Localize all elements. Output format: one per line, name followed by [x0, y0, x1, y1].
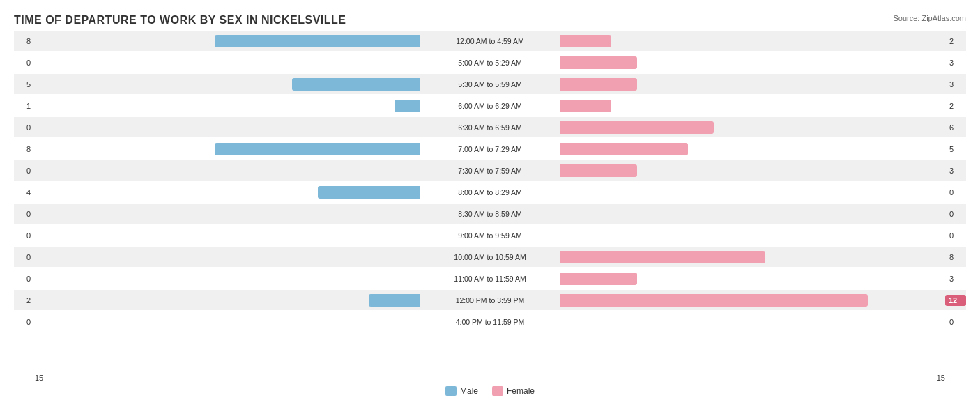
legend-male: Male [445, 386, 478, 396]
table-row: 0 9:00 AM to 9:59 AM 0 [14, 225, 966, 245]
table-row: 0 5:00 AM to 5:29 AM 3 [14, 52, 966, 72]
right-value: 3 [945, 80, 966, 89]
bars-section: 11:00 AM to 11:59 AM [35, 268, 945, 289]
right-value: 3 [945, 275, 966, 283]
legend-female-box [492, 386, 503, 396]
left-bar-wrap [35, 95, 420, 116]
right-value: 6 [945, 123, 966, 132]
left-value: 1 [14, 102, 35, 110]
right-value: 3 [945, 59, 966, 67]
bar-female [560, 121, 714, 134]
right-bar-wrap [560, 74, 945, 94]
bars-section: 12:00 AM to 4:59 AM [35, 31, 945, 51]
right-bar-wrap [560, 247, 945, 267]
bar-male [318, 186, 420, 199]
left-bar-wrap [35, 268, 420, 289]
table-row: 0 7:30 AM to 7:59 AM 3 [14, 160, 966, 181]
bar-female [560, 143, 688, 155]
left-value: 0 [14, 59, 35, 67]
bars-section: 10:00 AM to 10:59 AM [35, 247, 945, 267]
bars-section: 12:00 PM to 3:59 PM [35, 290, 945, 310]
left-bar-wrap [35, 312, 420, 332]
time-label: 6:00 AM to 6:29 AM [420, 102, 560, 110]
time-label: 8:00 AM to 8:29 AM [420, 188, 560, 197]
bars-section: 9:00 AM to 9:59 AM [35, 225, 945, 245]
table-row: 0 4:00 PM to 11:59 PM 0 [14, 312, 966, 332]
right-value: 0 [945, 210, 966, 218]
table-row: 0 6:30 AM to 6:59 AM 6 [14, 117, 966, 137]
time-label: 12:00 PM to 3:59 PM [420, 296, 560, 305]
bars-section: 4:00 PM to 11:59 PM [35, 312, 945, 332]
table-row: 1 6:00 AM to 6:29 AM 2 [14, 95, 966, 116]
left-value: 5 [14, 80, 35, 89]
table-row: 4 8:00 AM to 8:29 AM 0 [14, 182, 966, 202]
right-bar-wrap [560, 139, 945, 159]
bar-female [560, 251, 765, 263]
table-row: 2 12:00 PM to 3:59 PM 12 [14, 290, 966, 310]
chart-area: 8 12:00 AM to 4:59 AM 2 0 5:00 AM to 5:2… [14, 31, 966, 372]
bar-female [560, 273, 637, 285]
time-label: 7:30 AM to 7:59 AM [420, 167, 560, 175]
table-row: 0 8:30 AM to 8:59 AM 0 [14, 204, 966, 224]
right-value: 0 [945, 231, 966, 240]
axis-right: 15 [937, 374, 945, 382]
table-row: 0 11:00 AM to 11:59 AM 3 [14, 268, 966, 289]
right-bar-wrap [560, 117, 945, 137]
chart-container: TIME OF DEPARTURE TO WORK BY SEX IN NICK… [0, 0, 980, 414]
source-text: Source: ZipAtlas.com [893, 14, 966, 22]
right-bar-wrap [560, 312, 945, 332]
bars-section: 7:30 AM to 7:59 AM [35, 160, 945, 181]
right-bar-wrap [560, 95, 945, 116]
left-value: 0 [14, 275, 35, 283]
left-value: 8 [14, 37, 35, 45]
table-row: 5 5:30 AM to 5:59 AM 3 [14, 74, 966, 94]
bar-female [560, 164, 637, 177]
bars-section: 5:00 AM to 5:29 AM [35, 52, 945, 72]
bar-male [215, 143, 420, 155]
bars-section: 7:00 AM to 7:29 AM [35, 139, 945, 159]
bar-female [560, 100, 611, 112]
bar-male [215, 35, 420, 47]
legend-female-label: Female [507, 386, 535, 396]
time-label: 4:00 PM to 11:59 PM [420, 318, 560, 326]
right-value: 12 [945, 295, 966, 306]
right-bar-wrap [560, 204, 945, 224]
chart-title: TIME OF DEPARTURE TO WORK BY SEX IN NICK… [14, 14, 966, 26]
legend-male-label: Male [460, 386, 478, 396]
left-value: 0 [14, 253, 35, 261]
table-row: 8 12:00 AM to 4:59 AM 2 [14, 31, 966, 51]
right-value: 0 [945, 318, 966, 326]
bar-female [560, 294, 868, 307]
legend-male-box [445, 386, 457, 396]
bar-female [560, 78, 637, 91]
bar-male [395, 100, 420, 112]
time-label: 6:30 AM to 6:59 AM [420, 123, 560, 132]
left-bar-wrap [35, 225, 420, 245]
axis-labels: 15 15 [14, 374, 966, 382]
table-row: 8 7:00 AM to 7:29 AM 5 [14, 139, 966, 159]
time-label: 5:30 AM to 5:59 AM [420, 80, 560, 89]
bar-female [560, 35, 611, 47]
time-label: 5:00 AM to 5:29 AM [420, 59, 560, 67]
right-value: 0 [945, 188, 966, 197]
right-bar-wrap [560, 225, 945, 245]
right-value: 2 [945, 37, 966, 45]
time-label: 7:00 AM to 7:29 AM [420, 145, 560, 153]
left-bar-wrap [35, 139, 420, 159]
left-value: 4 [14, 188, 35, 197]
right-bar-wrap [560, 52, 945, 72]
left-bar-wrap [35, 204, 420, 224]
time-label: 10:00 AM to 10:59 AM [420, 253, 560, 261]
right-value: 2 [945, 102, 966, 110]
left-value: 0 [14, 210, 35, 218]
right-bar-wrap [560, 160, 945, 181]
left-value: 2 [14, 296, 35, 305]
left-value: 0 [14, 231, 35, 240]
bars-section: 8:00 AM to 8:29 AM [35, 182, 945, 202]
left-bar-wrap [35, 52, 420, 72]
time-label: 8:30 AM to 8:59 AM [420, 210, 560, 218]
right-bar-wrap [560, 268, 945, 289]
left-value: 0 [14, 167, 35, 175]
legend: Male Female [14, 386, 966, 396]
left-bar-wrap [35, 74, 420, 94]
